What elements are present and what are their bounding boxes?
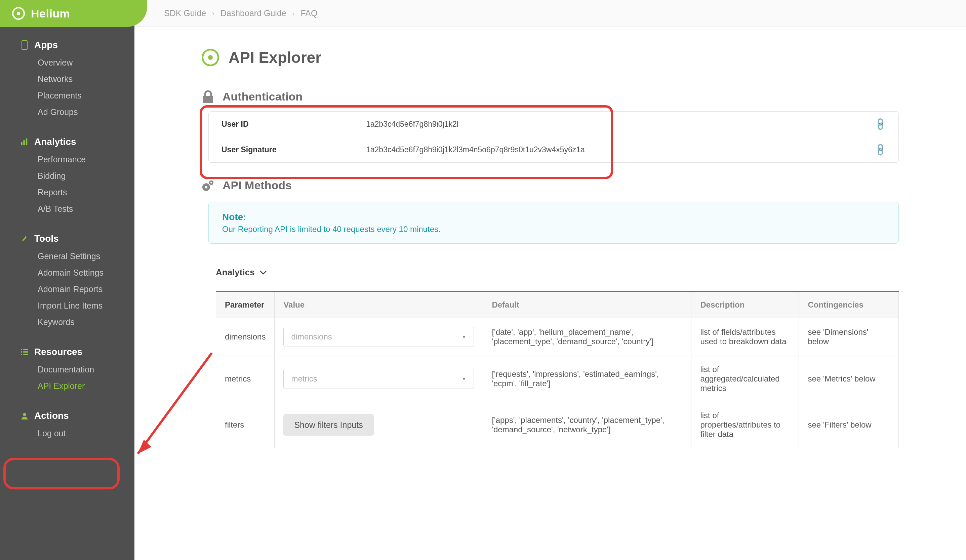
sidebar: Helium Apps Overview Networks Placements… bbox=[0, 0, 135, 560]
nav-head-resources-label: Resources bbox=[34, 347, 82, 357]
brand-name: Helium bbox=[31, 7, 70, 20]
nav-resources-api-explorer[interactable]: API Explorer bbox=[0, 378, 135, 394]
param-contingencies: see 'Dimensions' below bbox=[799, 318, 899, 356]
svg-rect-2 bbox=[23, 140, 25, 145]
chevron-down-icon bbox=[260, 270, 267, 275]
auth-user-signature-value: 1a2b3c4d5e6f7g8h9i0j1k2l3m4n5o6p7q8r9s0t… bbox=[366, 145, 875, 154]
nav-head-analytics[interactable]: Analytics bbox=[0, 134, 135, 150]
section-title-authentication: Authentication bbox=[222, 90, 302, 103]
param-description: list of fields/attributes used to breakd… bbox=[692, 318, 799, 356]
brand[interactable]: Helium bbox=[0, 0, 147, 27]
nav-head-tools[interactable]: Tools bbox=[0, 231, 135, 247]
nav-resources-documentation[interactable]: Documentation bbox=[0, 361, 135, 378]
table-row: metrics metrics ▼ ['requests', 'impressi… bbox=[216, 356, 899, 402]
note-title: Note: bbox=[222, 212, 885, 223]
svg-rect-0 bbox=[22, 41, 27, 49]
nav-tools-adomain-settings[interactable]: Adomain Settings bbox=[0, 264, 135, 281]
nav-head-resources[interactable]: Resources bbox=[0, 344, 135, 360]
nav-tools-adomain-reports[interactable]: Adomain Reports bbox=[0, 281, 135, 297]
breadcrumb: SDK Guide › Dashboard Guide › FAQ bbox=[135, 0, 966, 27]
table-row: filters Show filters Inputs ['apps', 'pl… bbox=[216, 402, 899, 448]
sidebar-nav: Apps Overview Networks Placements Ad Gro… bbox=[0, 27, 135, 465]
param-name: metrics bbox=[216, 356, 274, 402]
nav-analytics-bidding[interactable]: Bidding bbox=[0, 168, 135, 184]
lock-icon bbox=[202, 90, 214, 103]
auth-user-id-value: 1a2b3c4d5e6f7g8h9i0j1k2l bbox=[366, 120, 875, 129]
section-api-methods: API Methods Note: Our Reporting API is l… bbox=[202, 179, 899, 448]
analytics-expander-label: Analytics bbox=[216, 267, 255, 278]
nav-analytics-abtests[interactable]: A/B Tests bbox=[0, 201, 135, 217]
nav-tools-general[interactable]: General Settings bbox=[0, 248, 135, 264]
metrics-select[interactable]: metrics ▼ bbox=[283, 369, 474, 389]
param-name: filters bbox=[216, 402, 274, 448]
svg-rect-4 bbox=[21, 349, 22, 350]
wrench-icon bbox=[21, 235, 28, 242]
analytics-expander[interactable]: Analytics bbox=[216, 267, 899, 278]
show-filters-inputs-button[interactable]: Show filters Inputs bbox=[283, 414, 373, 436]
param-contingencies: see 'Metrics' below bbox=[799, 356, 899, 402]
nav-tools-keywords[interactable]: Keywords bbox=[0, 314, 135, 330]
bar-chart-icon bbox=[21, 138, 28, 146]
nav-analytics-reports[interactable]: Reports bbox=[0, 184, 135, 201]
nav-apps-overview[interactable]: Overview bbox=[0, 54, 135, 71]
nav-apps-placements[interactable]: Placements bbox=[0, 87, 135, 104]
nav-actions-logout[interactable]: Log out bbox=[0, 425, 135, 442]
phone-icon bbox=[21, 41, 28, 49]
param-contingencies: see 'Filters' below bbox=[799, 402, 899, 448]
chevron-right-icon: › bbox=[212, 10, 214, 17]
col-header-contingencies: Contingencies bbox=[799, 292, 899, 318]
param-default: ['date', 'app', 'helium_placement_name',… bbox=[483, 318, 692, 356]
svg-rect-9 bbox=[23, 354, 28, 355]
nav-head-actions[interactable]: Actions bbox=[0, 408, 135, 424]
col-header-parameter: Parameter bbox=[216, 292, 274, 318]
nav-head-actions-label: Actions bbox=[34, 411, 69, 421]
dimensions-select-placeholder: dimensions bbox=[291, 332, 332, 342]
note-text: Our Reporting API is limited to 40 reque… bbox=[222, 225, 885, 234]
user-icon bbox=[21, 412, 28, 419]
metrics-select-placeholder: metrics bbox=[291, 374, 317, 384]
note-callout: Note: Our Reporting API is limited to 40… bbox=[209, 202, 899, 244]
parameters-table: Parameter Value Default Description Cont… bbox=[216, 291, 899, 448]
svg-point-13 bbox=[205, 186, 208, 188]
nav-head-tools-label: Tools bbox=[34, 233, 59, 244]
helium-logo-icon bbox=[202, 49, 219, 66]
breadcrumb-sdk-guide[interactable]: SDK Guide bbox=[164, 8, 206, 18]
auth-credentials-table: User ID 1a2b3c4d5e6f7g8h9i0j1k2l 🔗 User … bbox=[209, 111, 899, 163]
auth-user-signature-label: User Signature bbox=[222, 145, 366, 154]
nav-tools-import-line-items[interactable]: Import Line Items bbox=[0, 297, 135, 314]
param-default: ['apps', 'placements', 'country', 'place… bbox=[483, 402, 692, 448]
svg-rect-8 bbox=[23, 351, 28, 353]
nav-head-apps[interactable]: Apps bbox=[0, 37, 135, 53]
link-icon[interactable]: 🔗 bbox=[873, 117, 888, 132]
page-title: API Explorer bbox=[228, 48, 321, 67]
nav-head-analytics-label: Analytics bbox=[34, 136, 76, 147]
param-description: list of properties/attributes to filter … bbox=[692, 402, 799, 448]
link-icon[interactable]: 🔗 bbox=[873, 142, 888, 157]
param-default: ['requests', 'impressions', 'estimated_e… bbox=[483, 356, 692, 402]
svg-rect-6 bbox=[21, 354, 22, 355]
auth-user-id-label: User ID bbox=[222, 120, 366, 129]
svg-point-15 bbox=[210, 182, 212, 184]
helium-logo-icon bbox=[12, 7, 25, 20]
nav-analytics-performance[interactable]: Performance bbox=[0, 151, 135, 168]
svg-rect-3 bbox=[26, 138, 28, 145]
list-icon bbox=[21, 348, 28, 356]
col-header-default: Default bbox=[483, 292, 692, 318]
chevron-right-icon: › bbox=[292, 10, 295, 17]
col-header-value: Value bbox=[274, 292, 483, 318]
breadcrumb-dashboard-guide[interactable]: Dashboard Guide bbox=[220, 8, 286, 18]
gears-icon bbox=[202, 179, 214, 192]
col-header-description: Description bbox=[692, 292, 799, 318]
nav-head-apps-label: Apps bbox=[34, 39, 58, 51]
caret-down-icon: ▼ bbox=[462, 376, 467, 381]
dimensions-select[interactable]: dimensions ▼ bbox=[283, 327, 474, 347]
svg-rect-7 bbox=[23, 349, 28, 350]
table-row: dimensions dimensions ▼ ['date', 'app', … bbox=[216, 318, 899, 356]
caret-down-icon: ▼ bbox=[462, 334, 467, 340]
nav-apps-networks[interactable]: Networks bbox=[0, 71, 135, 87]
breadcrumb-faq[interactable]: FAQ bbox=[301, 8, 317, 18]
param-name: dimensions bbox=[216, 318, 274, 356]
svg-rect-5 bbox=[21, 351, 22, 353]
nav-apps-adgroups[interactable]: Ad Groups bbox=[0, 104, 135, 120]
section-title-api-methods: API Methods bbox=[222, 179, 292, 192]
